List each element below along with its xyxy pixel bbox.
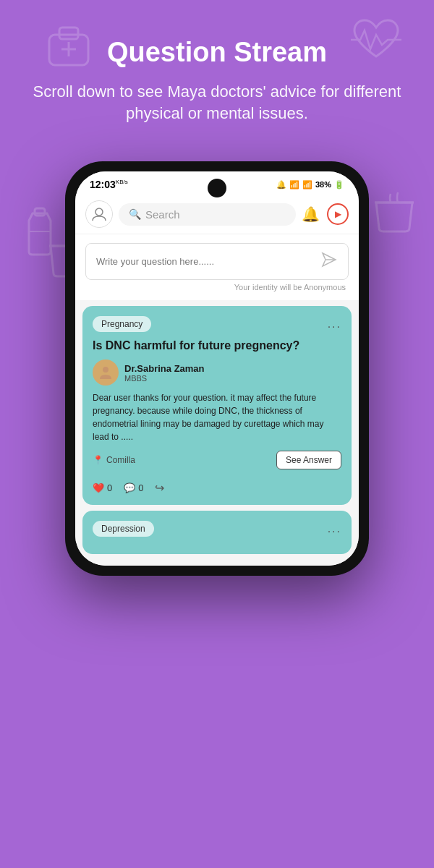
header-icons: 🔔 ▶ [302,203,349,225]
doctor-row: Dr.Sabrina Zaman MBBS [93,359,341,386]
doctor-info: Dr.Sabrina Zaman MBBS [124,363,205,383]
signal-icon: 📶 [302,180,312,190]
send-button[interactable] [310,244,348,279]
search-bar[interactable]: 🔍 Search [119,203,296,226]
bell-icon[interactable]: 🔔 [302,205,320,223]
send-icon [320,255,338,271]
share-icon: ↪ [155,481,164,495]
battery-icon: 🔋 [334,180,344,190]
cards-container: Pregnancy ... Is DNC harmful for future … [75,300,359,566]
status-right: 🔔 📶 📶 38% 🔋 [276,180,344,190]
page-title: Question Stream [29,36,405,69]
notch [208,179,226,197]
doctor-name: Dr.Sabrina Zaman [124,363,205,374]
battery-text: 38% [315,180,331,189]
question-input-row [85,243,349,280]
location-text: Comilla [106,455,135,465]
status-bar: 12:03KB/s 🔔 📶 📶 38% 🔋 [75,171,359,195]
play-button[interactable]: ▶ [327,203,349,225]
answer-preview: Dear user thanks for your question. it m… [93,391,341,443]
card-actions: ❤️ 0 💬 0 ↪ [93,477,341,495]
more-options-depression[interactable]: ... [328,522,341,535]
comment-icon: 💬 [124,482,135,493]
doctor-degree: MBBS [124,374,205,383]
alarm-icon: 🔔 [276,180,286,190]
likes-count: 0 [107,482,112,493]
qa-card-pregnancy: Pregnancy ... Is DNC harmful for future … [82,306,352,505]
heart-icon: ❤️ [93,482,104,493]
phone-screen: 12:03KB/s 🔔 📶 📶 38% 🔋 [75,171,359,566]
qa-card-depression: Depression ... [82,511,352,554]
more-options-pregnancy[interactable]: ... [328,318,341,331]
card-top: Pregnancy ... [93,316,341,332]
card-top-depression: Depression ... [93,521,341,537]
svg-point-8 [95,208,103,216]
question-input[interactable] [86,247,310,276]
category-badge-pregnancy: Pregnancy [93,316,151,332]
hero-section: Question Stream Scroll down to see Maya … [0,0,434,147]
question-input-area: Your identity will be Anonymous [75,234,359,300]
phone-frame: 12:03KB/s 🔔 📶 📶 38% 🔋 [65,161,369,576]
share-action[interactable]: ↪ [155,481,164,495]
phone-mockup: 12:03KB/s 🔔 📶 📶 38% 🔋 [0,161,434,576]
likes-action[interactable]: ❤️ 0 [93,482,112,493]
location-row: 📍 Comilla [93,455,135,465]
user-avatar[interactable] [85,200,113,228]
location-pin-icon: 📍 [93,455,103,465]
wifi-icon: 📶 [289,180,299,190]
card-bottom: 📍 Comilla See Answer [93,451,341,469]
app-header: 🔍 Search 🔔 ▶ [75,195,359,234]
comments-count: 0 [138,482,143,493]
doctor-avatar [93,359,119,386]
svg-point-11 [103,367,109,373]
anonymous-text: Your identity will be Anonymous [85,280,349,297]
status-time: 12:03KB/s [90,179,128,190]
category-badge-depression: Depression [93,521,154,537]
see-answer-button[interactable]: See Answer [276,451,341,469]
search-label: Search [145,208,180,221]
comments-action[interactable]: 💬 0 [124,482,143,493]
search-icon: 🔍 [129,208,141,220]
page-subtitle: Scroll down to see Maya doctors' advice … [29,81,405,126]
question-text-pregnancy: Is DNC harmful for future pregnency? [93,339,341,352]
